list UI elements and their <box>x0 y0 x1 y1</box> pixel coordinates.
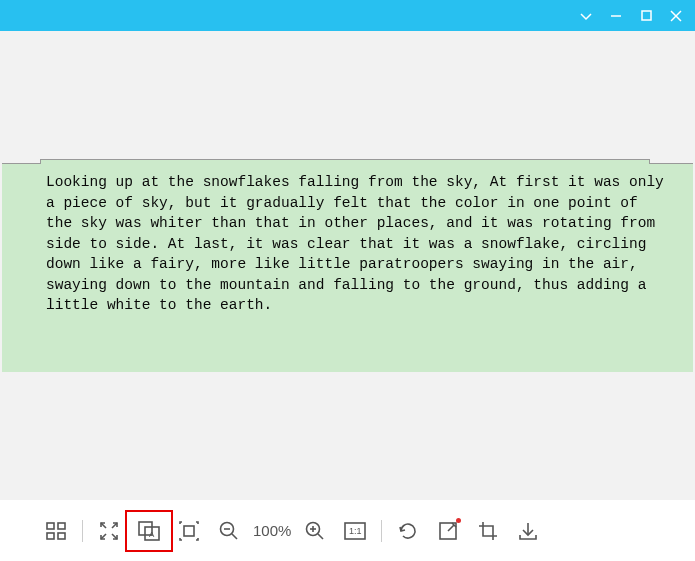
svg-line-25 <box>448 525 454 531</box>
toolbar: A 100% 1:1 <box>0 500 695 561</box>
svg-rect-4 <box>47 523 54 529</box>
crop-button[interactable] <box>468 511 508 551</box>
zoom-in-icon <box>305 521 325 541</box>
ocr-icon: A <box>138 521 160 541</box>
maximize-button[interactable] <box>631 0 661 31</box>
close-icon <box>670 10 682 22</box>
minimize-button[interactable] <box>601 0 631 31</box>
actual-size-button[interactable]: 1:1 <box>335 511 375 551</box>
edit-icon <box>439 522 457 540</box>
svg-rect-15 <box>184 526 194 536</box>
close-button[interactable] <box>661 0 691 31</box>
svg-rect-6 <box>47 533 54 539</box>
dropdown-button[interactable] <box>571 0 601 31</box>
toolbar-divider <box>381 520 382 542</box>
svg-line-20 <box>318 534 323 539</box>
rotate-button[interactable] <box>388 511 428 551</box>
thumbnails-icon <box>46 521 66 541</box>
edit-button[interactable] <box>428 511 468 551</box>
download-icon <box>518 521 538 541</box>
content-area: Looking up at the snowflakes falling fro… <box>0 31 695 500</box>
notification-dot <box>456 518 461 523</box>
chevron-down-icon <box>579 9 593 23</box>
fullscreen-button[interactable] <box>89 511 129 551</box>
fullscreen-icon <box>99 521 119 541</box>
crop-icon <box>478 521 498 541</box>
thumbnails-button[interactable] <box>36 511 76 551</box>
rotate-icon <box>398 521 418 541</box>
svg-rect-1 <box>642 11 651 20</box>
svg-text:A: A <box>149 530 155 539</box>
maximize-icon <box>641 10 652 21</box>
zoom-out-button[interactable] <box>209 511 249 551</box>
ocr-button[interactable]: A <box>129 511 169 551</box>
toolbar-divider <box>82 520 83 542</box>
document-viewport: Looking up at the snowflakes falling fro… <box>2 163 693 372</box>
svg-rect-5 <box>58 523 65 529</box>
svg-line-17 <box>232 534 237 539</box>
minimize-icon <box>610 10 622 22</box>
document-tab-edge <box>40 159 650 164</box>
document-text: Looking up at the snowflakes falling fro… <box>2 164 693 324</box>
download-button[interactable] <box>508 511 548 551</box>
zoom-out-icon <box>219 521 239 541</box>
titlebar <box>0 0 695 31</box>
zoom-level-label[interactable]: 100% <box>249 522 295 539</box>
svg-rect-7 <box>58 533 65 539</box>
fit-icon <box>179 521 199 541</box>
fit-button[interactable] <box>169 511 209 551</box>
zoom-in-button[interactable] <box>295 511 335 551</box>
actual-size-text: 1:1 <box>349 526 362 536</box>
